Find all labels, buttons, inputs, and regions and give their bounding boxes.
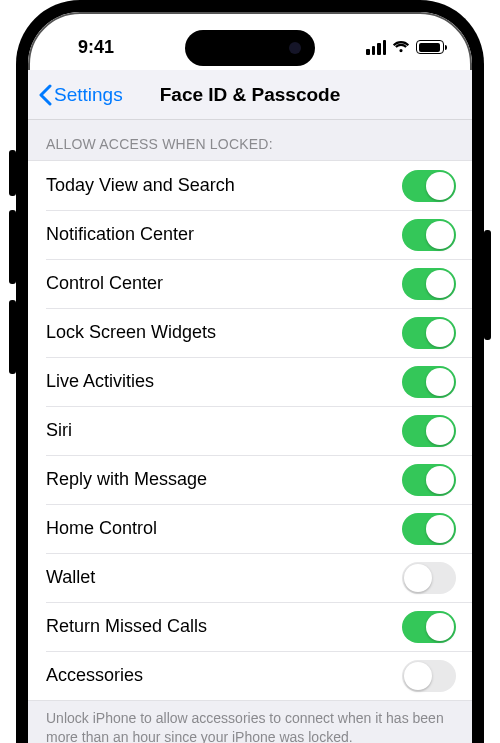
settings-row: Home Control: [28, 504, 472, 553]
settings-row: Wallet: [28, 553, 472, 602]
settings-row-label: Reply with Message: [46, 469, 402, 490]
toggle-switch[interactable]: [402, 317, 456, 349]
toggle-switch[interactable]: [402, 513, 456, 545]
toggle-switch[interactable]: [402, 219, 456, 251]
settings-row-label: Accessories: [46, 665, 402, 686]
side-button-power: [484, 230, 491, 340]
toggle-switch[interactable]: [402, 660, 456, 692]
nav-bar: Settings Face ID & Passcode: [28, 70, 472, 120]
settings-row-label: Wallet: [46, 567, 402, 588]
toggle-switch[interactable]: [402, 366, 456, 398]
phone-frame: 9:41 Settings Face ID & Passcode: [16, 0, 484, 743]
settings-row-label: Notification Center: [46, 224, 402, 245]
settings-row-label: Return Missed Calls: [46, 616, 402, 637]
section-footer: Unlock iPhone to allow accessories to co…: [28, 701, 472, 743]
battery-icon: [416, 40, 444, 54]
settings-row-label: Siri: [46, 420, 402, 441]
settings-list: Today View and SearchNotification Center…: [28, 160, 472, 701]
settings-row: Notification Center: [28, 210, 472, 259]
settings-row: Control Center: [28, 259, 472, 308]
device-mockup: 9:41 Settings Face ID & Passcode: [0, 0, 500, 743]
back-label: Settings: [54, 84, 123, 106]
side-button-volume-up: [9, 210, 16, 284]
settings-row-label: Control Center: [46, 273, 402, 294]
chevron-left-icon: [38, 84, 52, 106]
settings-row-label: Today View and Search: [46, 175, 402, 196]
settings-row-label: Lock Screen Widgets: [46, 322, 402, 343]
toggle-switch[interactable]: [402, 562, 456, 594]
side-button-silent: [9, 150, 16, 196]
toggle-switch[interactable]: [402, 415, 456, 447]
settings-row: Reply with Message: [28, 455, 472, 504]
settings-content[interactable]: ALLOW ACCESS WHEN LOCKED: Today View and…: [28, 120, 472, 743]
settings-row: Lock Screen Widgets: [28, 308, 472, 357]
settings-row: Accessories: [28, 651, 472, 700]
settings-row-label: Live Activities: [46, 371, 402, 392]
back-button[interactable]: Settings: [38, 84, 123, 106]
status-bar: 9:41: [28, 12, 472, 70]
section-header: ALLOW ACCESS WHEN LOCKED:: [28, 120, 472, 160]
settings-row-label: Home Control: [46, 518, 402, 539]
settings-row: Return Missed Calls: [28, 602, 472, 651]
settings-row: Today View and Search: [28, 161, 472, 210]
status-time: 9:41: [56, 25, 366, 58]
toggle-switch[interactable]: [402, 268, 456, 300]
settings-row: Live Activities: [28, 357, 472, 406]
status-icons: [366, 28, 444, 55]
wifi-icon: [392, 40, 410, 54]
toggle-switch[interactable]: [402, 170, 456, 202]
cellular-icon: [366, 40, 386, 55]
settings-row: Siri: [28, 406, 472, 455]
side-button-volume-down: [9, 300, 16, 374]
toggle-switch[interactable]: [402, 464, 456, 496]
toggle-switch[interactable]: [402, 611, 456, 643]
